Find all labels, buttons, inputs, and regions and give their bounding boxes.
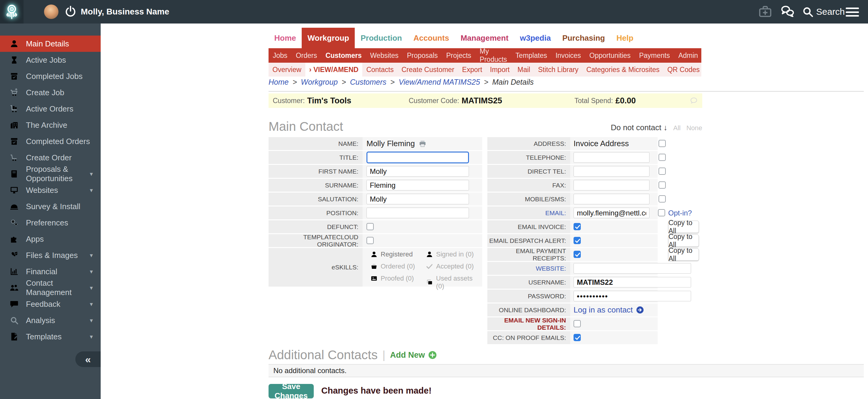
sidebar-item-proposals-opportunities[interactable]: Proposals & Opportunities ▾	[0, 166, 101, 182]
sidebar-item-active-jobs[interactable]: Active Jobs	[0, 52, 101, 68]
subnav-customers[interactable]: Customers	[321, 52, 366, 60]
subnav-opportunities[interactable]: Opportunities	[585, 52, 635, 60]
telephone-dnc-checkbox[interactable]	[658, 154, 666, 161]
search-label[interactable]: Search	[816, 0, 845, 24]
do-not-contact-all[interactable]: All	[673, 124, 681, 132]
surname-input[interactable]	[367, 180, 469, 190]
tab-help[interactable]: Help	[611, 28, 639, 48]
sidebar-item-active-orders[interactable]: Active Orders	[0, 101, 101, 117]
direct-tel-dnc-checkbox[interactable]	[658, 167, 666, 175]
email-payment-checkbox[interactable]	[574, 251, 581, 258]
breadcrumb-workgroup[interactable]: Workgroup	[301, 78, 338, 87]
sidebar-item-main-details[interactable]: Main Details	[0, 36, 101, 52]
tab-accounts[interactable]: Accounts	[408, 28, 455, 48]
sidebar-item-survey-install[interactable]: Survey & Install	[0, 198, 101, 215]
copy-to-all-button[interactable]: Copy to All	[668, 248, 699, 261]
telephone-input[interactable]	[574, 152, 650, 163]
sidebar-collapse-button[interactable]: «	[75, 351, 101, 367]
subsubnav-view-amend[interactable]: › VIEW/AMEND	[305, 63, 363, 76]
copy-to-all-button[interactable]: Copy to All	[668, 221, 699, 233]
chat-icon[interactable]	[780, 4, 795, 20]
fax-input[interactable]	[574, 180, 650, 190]
subnav-orders[interactable]: Orders	[292, 52, 321, 60]
sidebar-item-completed-jobs[interactable]: Completed Jobs	[0, 68, 101, 84]
fax-dnc-checkbox[interactable]	[658, 181, 666, 189]
subnav-projects[interactable]: Projects	[442, 52, 475, 60]
subnav-invoices[interactable]: Invoices	[551, 52, 585, 60]
subsubnav-overview[interactable]: Overview	[269, 63, 305, 76]
first-name-input[interactable]	[367, 166, 469, 177]
subnav-proposals[interactable]: Proposals	[403, 52, 442, 60]
do-not-contact-label[interactable]: Do not contact ↓	[611, 123, 668, 132]
sidebar-item-files-images[interactable]: Files & Images ▾	[0, 247, 101, 264]
breadcrumb-view-amend[interactable]: View/Amend MATIMS25	[399, 78, 480, 87]
breadcrumb-customers[interactable]: Customers	[350, 78, 386, 87]
subsubnav-create-customer[interactable]: Create Customer	[398, 63, 458, 76]
subnav-jobs[interactable]: Jobs	[269, 52, 292, 60]
copy-to-all-button[interactable]: Copy to All	[668, 235, 699, 247]
app-logo[interactable]	[0, 0, 24, 24]
notes-bubble-icon[interactable]	[690, 97, 698, 104]
user-avatar[interactable]	[44, 4, 59, 19]
sidebar-item-templates[interactable]: Templates ▾	[0, 329, 101, 345]
sidebar-item-feedback[interactable]: Feedback ▾	[0, 296, 101, 312]
title-input[interactable]	[367, 152, 469, 163]
subsubnav-export[interactable]: Export	[458, 63, 486, 76]
tab-purchasing[interactable]: Purchasing	[557, 28, 611, 48]
subsubnav-stitch-library[interactable]: Stitch Library	[534, 63, 582, 76]
username-input[interactable]	[574, 277, 691, 287]
sidebar-item-apps[interactable]: Apps	[0, 231, 101, 247]
printer-icon[interactable]	[418, 140, 427, 148]
subnav-templates[interactable]: Templates	[511, 52, 551, 60]
subnav-admin[interactable]: Admin	[674, 52, 702, 60]
subsubnav-mail[interactable]: Mail	[514, 63, 534, 76]
password-input[interactable]	[574, 291, 691, 301]
email-despatch-checkbox[interactable]	[574, 237, 581, 244]
tab-production[interactable]: Production	[355, 28, 407, 48]
address-dnc-checkbox[interactable]	[658, 140, 666, 147]
tab-management[interactable]: Management	[455, 28, 514, 48]
defunct-checkbox[interactable]	[367, 223, 374, 230]
subsubnav-categories-microsites[interactable]: Categories & Microsites	[582, 63, 663, 76]
subsubnav-contacts[interactable]: Contacts	[362, 63, 398, 76]
position-input[interactable]	[367, 208, 469, 218]
breadcrumb-home[interactable]: Home	[269, 78, 289, 87]
sidebar-item-contact-management[interactable]: Contact Management ▾	[0, 280, 101, 296]
do-not-contact-none[interactable]: None	[686, 124, 702, 132]
email-input[interactable]	[574, 208, 650, 218]
direct-tel-input[interactable]	[574, 166, 650, 177]
login-as-contact-link[interactable]: Log in as contact	[574, 304, 644, 316]
subnav-payments[interactable]: Payments	[635, 52, 674, 60]
tab-home[interactable]: Home	[269, 28, 302, 48]
email-new-signin-checkbox[interactable]	[574, 320, 581, 327]
power-logout-icon[interactable]	[64, 5, 77, 19]
email-invoice-checkbox[interactable]	[574, 223, 581, 230]
hamburger-menu-icon[interactable]	[846, 7, 859, 17]
save-changes-button[interactable]: Save Changes	[269, 384, 314, 398]
sidebar-item-the-archive[interactable]: The Archive	[0, 117, 101, 133]
tab-workgroup[interactable]: Workgroup	[302, 28, 355, 48]
cc-proof-emails-checkbox[interactable]	[574, 334, 581, 341]
subsubnav-qr-codes[interactable]: QR Codes	[663, 63, 704, 76]
subnav-my-products[interactable]: My Products	[475, 47, 512, 64]
sidebar-item-completed-orders[interactable]: Completed Orders	[0, 133, 101, 150]
sidebar-item-create-job[interactable]: Create Job	[0, 84, 101, 101]
sidebar-item-create-order[interactable]: Create Order	[0, 150, 101, 166]
sidebar-item-websites[interactable]: Websites ▾	[0, 182, 101, 198]
sidebar-item-preferences[interactable]: Preferences	[0, 215, 101, 231]
subnav-websites[interactable]: Websites	[366, 52, 403, 60]
tab-w3pedia[interactable]: w3pedia	[514, 28, 557, 48]
subsubnav-import[interactable]: Import	[486, 63, 514, 76]
address-value[interactable]: Invoice Address	[574, 137, 629, 150]
add-new-contact-link[interactable]: Add New	[390, 350, 437, 360]
search-icon[interactable]	[802, 6, 814, 18]
salutation-input[interactable]	[367, 194, 469, 204]
mobile-sms-dnc-checkbox[interactable]	[658, 195, 666, 203]
sidebar-item-analysis[interactable]: Analysis ▾	[0, 312, 101, 329]
optin-link[interactable]: Opt-in?	[668, 207, 692, 219]
website-input[interactable]	[574, 263, 691, 274]
support-kit-icon[interactable]	[758, 5, 772, 19]
templatecloud-originator-checkbox[interactable]	[367, 237, 374, 244]
mobile-sms-input[interactable]	[574, 194, 650, 204]
email-optin-checkbox[interactable]	[658, 209, 665, 216]
